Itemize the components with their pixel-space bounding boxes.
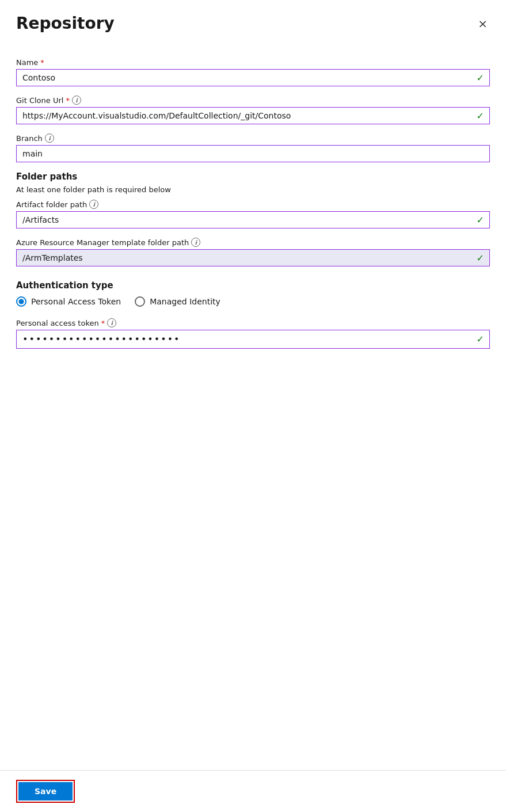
- name-input[interactable]: [16, 69, 490, 86]
- git-url-check-icon: ✓: [477, 110, 484, 121]
- folder-paths-subtext: At least one folder path is required bel…: [16, 185, 490, 194]
- personal-access-token-radio-option[interactable]: Personal Access Token: [16, 296, 121, 307]
- name-label: Name *: [16, 58, 490, 67]
- auth-type-section: Authentication type Personal Access Toke…: [16, 280, 490, 307]
- panel-content: Name * ✓ Git Clone Url * i ✓ Branch: [0, 42, 506, 812]
- folder-paths-section: Folder paths At least one folder path is…: [16, 171, 490, 266]
- name-check-icon: ✓: [477, 73, 484, 83]
- artifact-folder-info-icon[interactable]: i: [89, 200, 98, 209]
- git-clone-url-field-group: Git Clone Url * i ✓: [16, 96, 490, 124]
- folder-paths-heading: Folder paths: [16, 171, 490, 182]
- personal-access-token-input-wrapper: ✓: [16, 330, 490, 349]
- page-title: Repository: [16, 14, 115, 33]
- managed-identity-radio-option[interactable]: Managed Identity: [135, 296, 220, 307]
- arm-template-info-icon[interactable]: i: [191, 238, 200, 247]
- artifact-folder-field-group: Artifact folder path i ✓: [16, 200, 490, 228]
- panel-header: Repository ×: [0, 0, 506, 42]
- managed-identity-radio-label: Managed Identity: [150, 297, 220, 306]
- auth-type-heading: Authentication type: [16, 280, 490, 291]
- personal-access-token-input[interactable]: [16, 330, 490, 349]
- branch-field-group: Branch i: [16, 134, 490, 162]
- personal-access-token-field-group: Personal access token * i ✓: [16, 318, 490, 349]
- branch-label: Branch i: [16, 134, 490, 143]
- auth-radio-group: Personal Access Token Managed Identity: [16, 296, 490, 307]
- artifact-folder-check-icon: ✓: [477, 215, 484, 226]
- panel-footer: Save: [0, 770, 506, 812]
- managed-identity-radio[interactable]: [135, 296, 145, 307]
- git-url-required-star: *: [66, 96, 70, 105]
- pat-info-icon[interactable]: i: [107, 318, 116, 327]
- pat-required-star: *: [101, 319, 105, 327]
- artifact-folder-input[interactable]: [16, 211, 490, 228]
- personal-access-token-radio[interactable]: [16, 296, 26, 307]
- git-clone-url-label: Git Clone Url * i: [16, 96, 490, 105]
- name-required-star: *: [40, 58, 44, 67]
- artifact-folder-label: Artifact folder path i: [16, 200, 490, 209]
- branch-info-icon[interactable]: i: [45, 134, 54, 143]
- repository-panel: Repository × Name * ✓ Git Clone Url * i: [0, 0, 506, 812]
- branch-input-wrapper: [16, 145, 490, 162]
- git-clone-url-input[interactable]: [16, 107, 490, 124]
- pat-check-icon: ✓: [477, 334, 484, 345]
- name-input-wrapper: ✓: [16, 69, 490, 86]
- git-url-info-icon[interactable]: i: [72, 96, 81, 105]
- arm-template-label: Azure Resource Manager template folder p…: [16, 238, 490, 247]
- arm-template-input-wrapper: ✓: [16, 249, 490, 266]
- branch-input[interactable]: [16, 145, 490, 162]
- arm-template-check-icon: ✓: [477, 253, 484, 264]
- arm-template-field-group: Azure Resource Manager template folder p…: [16, 238, 490, 266]
- personal-access-token-radio-label: Personal Access Token: [31, 297, 121, 306]
- git-clone-url-input-wrapper: ✓: [16, 107, 490, 124]
- close-button[interactable]: ×: [475, 14, 490, 33]
- save-button-wrapper: Save: [16, 780, 75, 803]
- save-button[interactable]: Save: [18, 782, 73, 800]
- personal-access-token-label: Personal access token * i: [16, 318, 490, 327]
- artifact-folder-input-wrapper: ✓: [16, 211, 490, 228]
- arm-template-input[interactable]: [16, 249, 490, 266]
- name-field-group: Name * ✓: [16, 58, 490, 86]
